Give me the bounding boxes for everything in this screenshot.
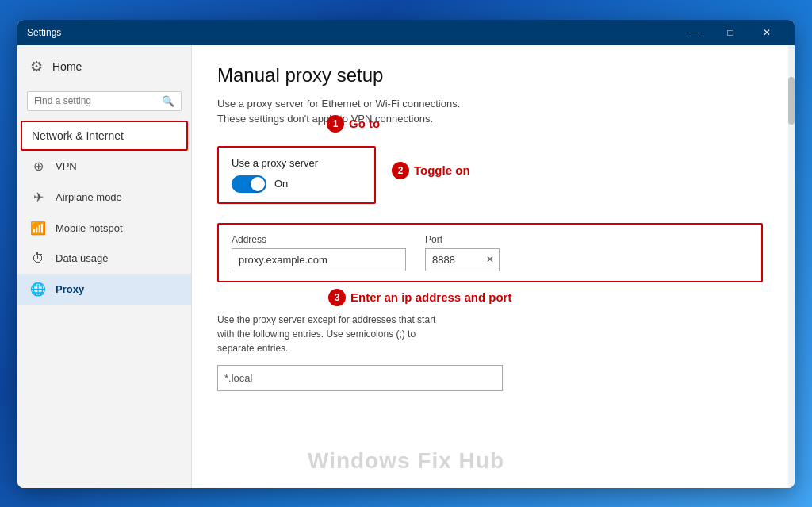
address-input[interactable] xyxy=(232,248,406,271)
sidebar-item-label: VPN xyxy=(56,160,77,172)
sidebar-item-proxy[interactable]: 🌐 Proxy xyxy=(17,274,191,305)
proxy-icon: 🌐 xyxy=(30,282,46,297)
address-label: Address xyxy=(232,234,406,245)
port-label: Port xyxy=(425,234,500,245)
port-input[interactable] xyxy=(426,249,481,271)
step1-badge: 1 xyxy=(327,115,344,133)
sidebar-item-vpn[interactable]: ⊕ VPN xyxy=(17,151,191,182)
search-input[interactable] xyxy=(34,95,162,106)
sidebar-item-label: Proxy xyxy=(56,283,84,295)
sidebar-item-datausage[interactable]: ⏱ Data usage xyxy=(17,244,191,274)
main-panel: 1 Go to Manual proxy setup Use a proxy s… xyxy=(192,45,788,488)
proxy-toggle-switch[interactable] xyxy=(232,175,266,193)
window-title: Settings xyxy=(27,27,676,38)
port-field-group: Port ✕ xyxy=(425,234,500,271)
step2-text: Toggle on xyxy=(414,163,470,177)
vpn-icon: ⊕ xyxy=(30,159,46,174)
window-controls: — □ ✕ xyxy=(676,20,785,45)
network-label: Network & Internet xyxy=(32,129,124,142)
sidebar-item-label: Mobile hotspot xyxy=(56,222,123,234)
toggle-knob xyxy=(251,177,265,191)
port-clear-button[interactable]: ✕ xyxy=(481,251,499,268)
close-button[interactable]: ✕ xyxy=(749,20,785,45)
step3-text: Enter an ip address and port xyxy=(350,290,511,304)
maximize-button[interactable]: □ xyxy=(712,20,749,45)
step1-text: Go to xyxy=(349,117,380,130)
airplane-icon: ✈ xyxy=(30,190,46,205)
settings-window: Settings — □ ✕ ⚙ Home 🔍 Network & Intern… xyxy=(17,20,795,488)
search-icon: 🔍 xyxy=(162,95,174,107)
sidebar-item-network[interactable]: Network & Internet xyxy=(21,121,188,151)
proxy-toggle-label: Use a proxy server xyxy=(232,157,362,169)
sidebar: ⚙ Home 🔍 Network & Internet ⊕ VPN ✈ Airp… xyxy=(17,45,192,488)
step2-badge: 2 xyxy=(392,162,409,179)
exceptions-note: Use the proxy server except for addresse… xyxy=(217,313,763,355)
titlebar: Settings — □ ✕ xyxy=(17,20,795,45)
toggle-state-label: On xyxy=(274,178,288,190)
data-icon: ⏱ xyxy=(30,252,46,266)
scrollbar-track[interactable] xyxy=(788,45,795,488)
page-description: Use a proxy server for Ethernet or Wi-Fi… xyxy=(217,96,763,127)
annotation-step2: 2 Toggle on xyxy=(392,162,470,179)
home-label: Home xyxy=(52,60,82,73)
sidebar-item-airplane[interactable]: ✈ Airplane mode xyxy=(17,182,191,213)
search-box[interactable]: 🔍 xyxy=(27,91,182,111)
gear-icon: ⚙ xyxy=(30,58,43,75)
exceptions-input[interactable] xyxy=(217,365,503,391)
annotation-step1: 1 Go to xyxy=(327,115,380,133)
step3-badge: 3 xyxy=(328,289,346,306)
annotation-step3: 3 Enter an ip address and port xyxy=(328,289,763,306)
address-field-group: Address xyxy=(232,234,406,271)
sidebar-item-label: Data usage xyxy=(56,252,109,264)
sidebar-item-label: Airplane mode xyxy=(56,191,122,203)
address-port-box: Address Port ✕ xyxy=(217,223,763,282)
scrollbar-thumb[interactable] xyxy=(788,77,795,125)
toggle-row: On xyxy=(232,175,362,193)
proxy-toggle-box: Use a proxy server On xyxy=(217,146,376,204)
sidebar-item-hotspot[interactable]: 📶 Mobile hotspot xyxy=(17,213,191,244)
minimize-button[interactable]: — xyxy=(676,20,712,45)
window-content: ⚙ Home 🔍 Network & Internet ⊕ VPN ✈ Airp… xyxy=(17,45,795,488)
port-input-wrap: ✕ xyxy=(425,248,500,271)
hotspot-icon: 📶 xyxy=(30,221,46,236)
sidebar-item-home[interactable]: ⚙ Home xyxy=(17,45,191,88)
page-title: Manual proxy setup xyxy=(217,64,763,86)
